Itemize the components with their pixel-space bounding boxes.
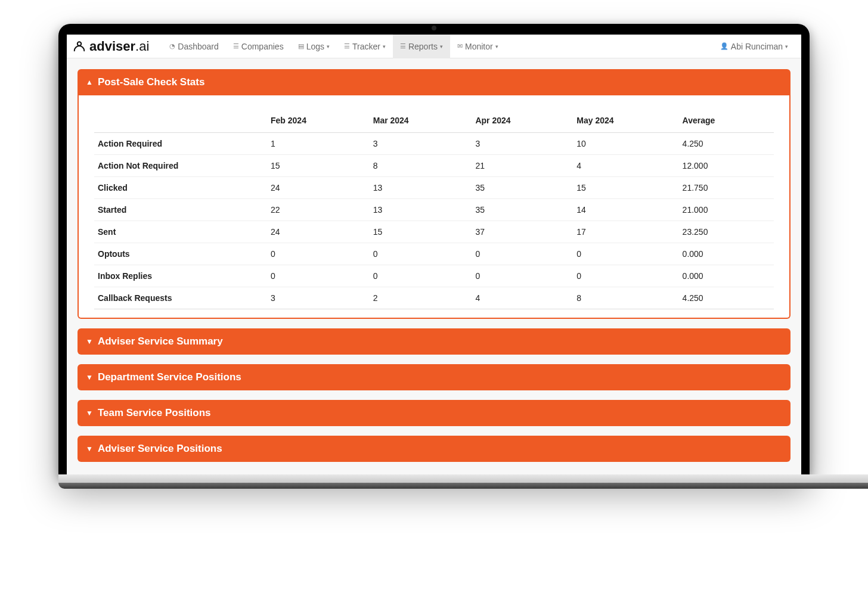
cell-value: 15 [370,221,472,243]
nav-dashboard[interactable]: ◔ Dashboard [162,35,226,58]
panel-header[interactable]: ▼Adviser Service Positions [78,436,790,462]
panel-header[interactable]: ▼Adviser Service Summary [78,328,790,355]
chevron-down-icon: ▾ [440,44,443,49]
row-label: Action Required [94,133,267,155]
cell-value: 8 [573,287,678,309]
cell-value: 1 [267,133,370,155]
collapsed-panel: ▼Team Service Positions [78,400,790,426]
cell-value: 0 [573,243,678,265]
content-area: ▲ Post-Sale Check Stats Feb 2024Mar 2024… [67,58,801,462]
panel-header-stats[interactable]: ▲ Post-Sale Check Stats [78,69,790,95]
navbar: adviser.ai ◔ Dashboard ☰ Companies ▤ Log… [67,35,801,58]
table-row: Optouts00000.000 [94,243,774,265]
list-icon: ☰ [233,42,239,50]
col-header: May 2024 [573,110,678,133]
nav-monitor[interactable]: ✉ Monitor ▾ [450,35,506,58]
triangle-down-icon: ▼ [86,337,93,346]
cell-value: 0 [370,265,472,287]
table-row: Sent2415371723.250 [94,221,774,243]
nav-logs-label: Logs [306,42,324,51]
cell-value: 0 [573,265,678,287]
triangle-down-icon: ▼ [86,445,93,453]
col-header: Average [679,110,774,133]
user-menu[interactable]: 👤 Abi Runciman ▾ [713,35,795,58]
triangle-up-icon: ▲ [86,78,93,86]
triangle-down-icon: ▼ [86,373,93,381]
row-label: Callback Requests [94,287,267,309]
table-row: Callback Requests32484.250 [94,287,774,309]
cell-value: 24 [267,177,370,199]
cell-value: 0.000 [679,243,774,265]
brand-logo[interactable]: adviser.ai [73,39,149,54]
panel-title: Adviser Service Positions [98,443,222,455]
nav-monitor-label: Monitor [465,42,493,51]
cell-value: 0 [472,265,573,287]
cell-value: 3 [370,133,472,155]
gauge-icon: ◔ [169,42,175,50]
col-header: Apr 2024 [472,110,573,133]
cell-value: 13 [370,199,472,221]
cell-value: 8 [370,155,472,177]
svg-point-0 [78,42,81,45]
row-label: Inbox Replies [94,265,267,287]
nav-companies-label: Companies [241,42,284,51]
cell-value: 12.000 [679,155,774,177]
cell-value: 0 [370,243,472,265]
table-row: Started2213351421.000 [94,199,774,221]
app-screen: adviser.ai ◔ Dashboard ☰ Companies ▤ Log… [67,35,801,476]
cell-value: 15 [573,177,678,199]
chevron-down-icon: ▾ [327,44,330,49]
user-icon: 👤 [720,42,728,50]
row-label: Optouts [94,243,267,265]
cell-value: 0 [267,265,370,287]
table-row: Action Not Required15821412.000 [94,155,774,177]
row-label: Clicked [94,177,267,199]
nav-logs[interactable]: ▤ Logs ▾ [291,35,337,58]
chevron-down-icon: ▾ [495,44,498,49]
panel-title: Team Service Positions [98,407,211,419]
cell-value: 13 [370,177,472,199]
row-label: Sent [94,221,267,243]
cell-value: 23.250 [679,221,774,243]
list-icon: ☰ [344,42,350,50]
cell-value: 4 [573,155,678,177]
nav-companies[interactable]: ☰ Companies [226,35,291,58]
cell-value: 4.250 [679,287,774,309]
panel-post-sale-check-stats: ▲ Post-Sale Check Stats Feb 2024Mar 2024… [78,69,790,319]
cell-value: 24 [267,221,370,243]
book-icon: ▤ [298,42,304,50]
nav-reports[interactable]: ☰ Reports ▾ [393,35,450,58]
cell-value: 0.000 [679,265,774,287]
collapsed-panel: ▼Adviser Service Positions [78,436,790,462]
chevron-down-icon: ▾ [785,44,788,49]
cell-value: 14 [573,199,678,221]
nav-tracker-label: Tracker [352,42,380,51]
table-row: Clicked2413351521.750 [94,177,774,199]
nav-tracker[interactable]: ☰ Tracker ▾ [337,35,393,58]
brand-name: adviser.ai [89,39,149,54]
panel-title: Adviser Service Summary [98,336,223,347]
triangle-down-icon: ▼ [86,409,93,417]
col-header-blank [94,110,267,133]
cell-value: 21 [472,155,573,177]
cell-value: 37 [472,221,573,243]
cell-value: 3 [472,133,573,155]
list-icon: ☰ [400,42,406,50]
nav-reports-label: Reports [408,42,438,51]
cell-value: 15 [267,155,370,177]
panel-header[interactable]: ▼Department Service Positions [78,364,790,390]
user-name: Abi Runciman [731,42,783,51]
cell-value: 0 [267,243,370,265]
panel-title: Post-Sale Check Stats [98,76,205,88]
cell-value: 3 [267,287,370,309]
cell-value: 4.250 [679,133,774,155]
logo-icon [73,40,86,53]
cell-value: 22 [267,199,370,221]
cell-value: 4 [472,287,573,309]
table-row: Inbox Replies00000.000 [94,265,774,287]
cell-value: 0 [472,243,573,265]
cell-value: 35 [472,177,573,199]
cell-value: 21.750 [679,177,774,199]
col-header: Feb 2024 [267,110,370,133]
panel-header[interactable]: ▼Team Service Positions [78,400,790,426]
